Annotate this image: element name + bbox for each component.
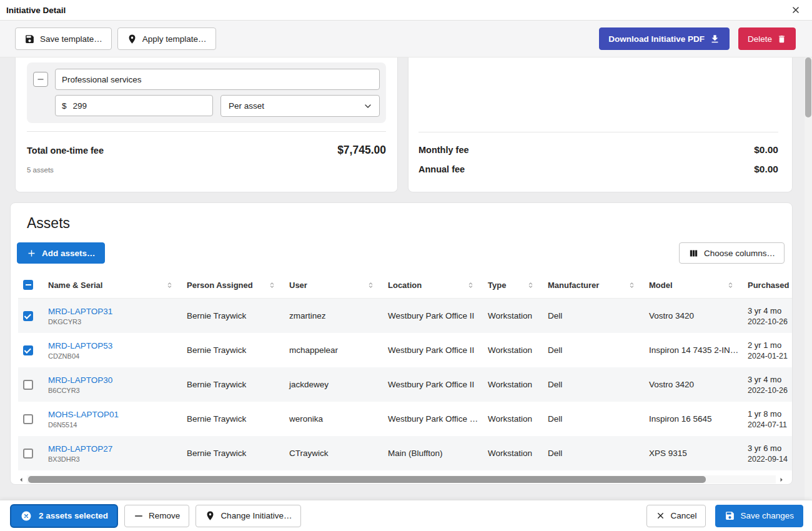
table-row[interactable]: MRD-LAPTOP31 DKGCYR3 Bernie Traywick zma… — [18, 299, 793, 333]
manufacturer-cell: Dell — [543, 367, 644, 402]
divider — [418, 132, 778, 132]
column-header-type[interactable]: Type — [483, 272, 543, 298]
column-header-label: Manufacturer — [548, 280, 599, 290]
minus-icon — [134, 511, 144, 521]
purchased-date: 2024-01-21 — [748, 352, 788, 360]
pin-icon — [127, 34, 137, 44]
column-header-model[interactable]: Model — [644, 272, 743, 298]
row-checkbox[interactable] — [23, 414, 33, 424]
model-cell: Inspiron 16 5645 — [644, 402, 743, 436]
main-content: $ Per asset Total one-time fee $7,745.00… — [0, 57, 805, 500]
toolbar-right: Download Initiative PDF Delete — [599, 27, 796, 50]
apply-template-button[interactable]: Apply template… — [117, 27, 216, 50]
fee-frequency-select[interactable]: Per asset — [220, 95, 380, 117]
column-header-user[interactable]: User — [284, 272, 383, 298]
remove-button[interactable]: Remove — [124, 505, 189, 527]
column-header-purchased[interactable]: Purchased — [743, 272, 793, 298]
table-row[interactable]: MRD-LAPTOP30 B6CCYR3 Bernie Traywick jac… — [18, 367, 793, 402]
location-cell: Main (Bluffton) — [383, 436, 483, 470]
column-header-manufacturer[interactable]: Manufacturer — [543, 272, 644, 298]
choose-columns-button[interactable]: Choose columns… — [679, 242, 785, 264]
divider — [27, 131, 386, 132]
table-row[interactable]: MOHS-LAPTOP01 D6N5514 Bernie Traywick we… — [18, 402, 793, 436]
save-changes-label: Save changes — [740, 511, 794, 520]
column-header-label: Type — [488, 280, 506, 290]
cancel-button[interactable]: Cancel — [646, 505, 706, 527]
purchased-date: 2024-07-11 — [748, 420, 787, 429]
scroll-right-arrow[interactable] — [777, 475, 786, 484]
row-checkbox-cell — [18, 367, 43, 402]
person-assigned-cell: Bernie Traywick — [182, 402, 284, 436]
manufacturer-cell: Dell — [543, 436, 644, 470]
asset-name-link[interactable]: MRD-LAPTOP27 — [48, 444, 112, 454]
model-cell: Vostro 3420 — [644, 299, 743, 333]
sort-icon — [268, 281, 276, 289]
change-initiative-button[interactable]: Change Initiative… — [196, 505, 301, 527]
column-header-location[interactable]: Location — [383, 272, 483, 298]
assets-section-title: Assets — [27, 215, 792, 232]
model-cell: Inspiron 14 7435 2-IN… — [644, 333, 743, 367]
download-pdf-button[interactable]: Download Initiative PDF — [599, 27, 730, 50]
asset-name-link[interactable]: MOHS-LAPTOP01 — [48, 410, 119, 419]
type-cell: Workstation — [483, 333, 543, 367]
purchased-date: 2022-10-26 — [748, 317, 788, 326]
horizontal-scrollbar-thumb[interactable] — [28, 476, 706, 483]
vertical-scrollbar[interactable] — [805, 57, 812, 500]
add-assets-button[interactable]: Add assets… — [17, 242, 105, 264]
row-checkbox[interactable] — [23, 449, 33, 459]
purchased-age: 3 yr 4 mo — [748, 306, 781, 315]
row-checkbox[interactable] — [23, 311, 33, 321]
table-row[interactable]: MRD-LAPTOP27 BX3DHR3 Bernie Traywick CTr… — [18, 436, 793, 470]
asset-name-link[interactable]: MRD-LAPTOP31 — [48, 307, 112, 316]
column-header-person-assigned[interactable]: Person Assigned — [182, 272, 284, 298]
person-assigned-cell: Bernie Traywick — [182, 436, 284, 470]
manufacturer-cell: Dell — [543, 402, 644, 436]
sort-icon — [628, 281, 636, 289]
save-template-button[interactable]: Save template… — [15, 27, 112, 50]
fee-amount-input[interactable] — [73, 101, 206, 111]
download-icon — [710, 34, 720, 44]
close-button[interactable] — [788, 2, 803, 17]
apply-template-label: Apply template… — [142, 34, 207, 44]
location-cell: Westbury Park Office II — [383, 333, 483, 367]
fee-line-item: $ Per asset — [27, 62, 386, 123]
row-checkbox[interactable] — [23, 345, 33, 355]
annual-fee-label: Annual fee — [418, 164, 465, 174]
download-pdf-label: Download Initiative PDF — [608, 34, 705, 44]
sort-icon — [166, 281, 174, 289]
scroll-left-arrow[interactable] — [17, 475, 26, 484]
remove-fee-line-button[interactable] — [33, 72, 48, 87]
column-header-label: User — [289, 280, 307, 290]
row-checkbox[interactable] — [23, 380, 33, 390]
toolbar-left: Save template… Apply template… — [15, 27, 216, 50]
type-cell: Workstation — [483, 367, 543, 402]
manufacturer-cell: Dell — [543, 299, 644, 333]
select-all-checkbox[interactable] — [23, 280, 33, 290]
fee-description-input[interactable] — [55, 69, 380, 90]
delete-button[interactable]: Delete — [738, 27, 796, 50]
purchased-cell: 2 yr 1 mo 2024-01-21 — [743, 333, 793, 367]
monthly-fee-label: Monthly fee — [418, 145, 469, 155]
horizontal-scrollbar[interactable] — [17, 474, 786, 485]
sort-icon — [726, 281, 735, 289]
assets-count-note: 5 assets — [27, 166, 386, 174]
plus-icon — [26, 248, 37, 259]
change-initiative-label: Change Initiative… — [220, 511, 292, 520]
horizontal-scrollbar-track[interactable] — [27, 475, 776, 484]
column-header-name-serial[interactable]: Name & Serial — [43, 272, 182, 298]
toolbar: Save template… Apply template… Download … — [0, 21, 812, 57]
selected-assets-button[interactable]: 2 assets selected — [10, 504, 118, 528]
modal-header: Initiative Detail — [0, 0, 812, 21]
sort-icon — [467, 281, 475, 289]
footer-right: Cancel Save changes — [646, 505, 803, 527]
assets-table: Name & SerialPerson AssignedUserLocation… — [18, 272, 793, 470]
column-header-label: Location — [388, 280, 422, 290]
user-cell: zmartinez — [284, 299, 383, 333]
save-changes-button[interactable]: Save changes — [715, 505, 803, 527]
triangle-left-icon — [17, 475, 26, 484]
asset-name-link[interactable]: MRD-LAPTOP53 — [48, 341, 112, 350]
asset-name-link[interactable]: MRD-LAPTOP30 — [48, 375, 112, 385]
table-row[interactable]: MRD-LAPTOP53 CDZNB04 Bernie Traywick mch… — [18, 333, 793, 367]
type-cell: Workstation — [483, 436, 543, 470]
vertical-scrollbar-thumb[interactable] — [805, 57, 811, 117]
